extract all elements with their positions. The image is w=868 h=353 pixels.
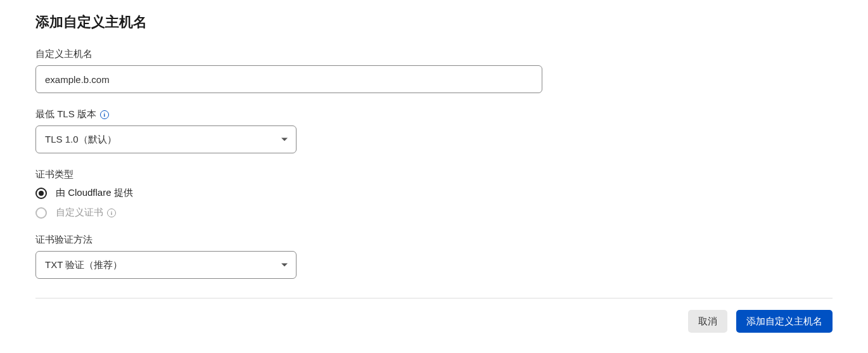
- page-title: 添加自定义主机名: [35, 13, 833, 32]
- cancel-button[interactable]: 取消: [688, 310, 727, 333]
- cert-type-group: 证书类型 由 Cloudflare 提供 自定义证书 i: [35, 169, 833, 219]
- radio-custom-cert: 自定义证书 i: [35, 207, 833, 219]
- cert-validation-selected-value: TXT 验证（推荐）: [45, 259, 122, 271]
- info-icon: i: [107, 209, 116, 217]
- cert-type-label: 证书类型: [35, 169, 833, 181]
- radio-circle-icon: [35, 188, 47, 199]
- radio-circle-icon: [35, 207, 47, 219]
- radio-custom-cert-text: 自定义证书: [56, 207, 103, 219]
- radio-custom-cert-label: 自定义证书 i: [56, 207, 116, 219]
- footer: 取消 添加自定义主机名: [35, 298, 833, 333]
- radio-cloudflare[interactable]: 由 Cloudflare 提供: [35, 187, 833, 199]
- hostname-label: 自定义主机名: [35, 48, 833, 60]
- info-icon[interactable]: i: [100, 110, 109, 119]
- hostname-group: 自定义主机名: [35, 48, 833, 93]
- tls-label: 最低 TLS 版本 i: [35, 108, 833, 120]
- radio-cloudflare-label: 由 Cloudflare 提供: [56, 187, 133, 199]
- hostname-input[interactable]: [35, 65, 542, 93]
- cert-validation-select[interactable]: TXT 验证（推荐）: [35, 251, 297, 279]
- cert-validation-label: 证书验证方法: [35, 234, 833, 246]
- cert-validation-group: 证书验证方法 TXT 验证（推荐）: [35, 234, 833, 279]
- tls-label-text: 最低 TLS 版本: [35, 108, 96, 120]
- tls-select[interactable]: TLS 1.0（默认）: [35, 125, 297, 153]
- submit-button[interactable]: 添加自定义主机名: [736, 310, 833, 333]
- tls-group: 最低 TLS 版本 i TLS 1.0（默认）: [35, 108, 833, 153]
- tls-selected-value: TLS 1.0（默认）: [45, 134, 117, 146]
